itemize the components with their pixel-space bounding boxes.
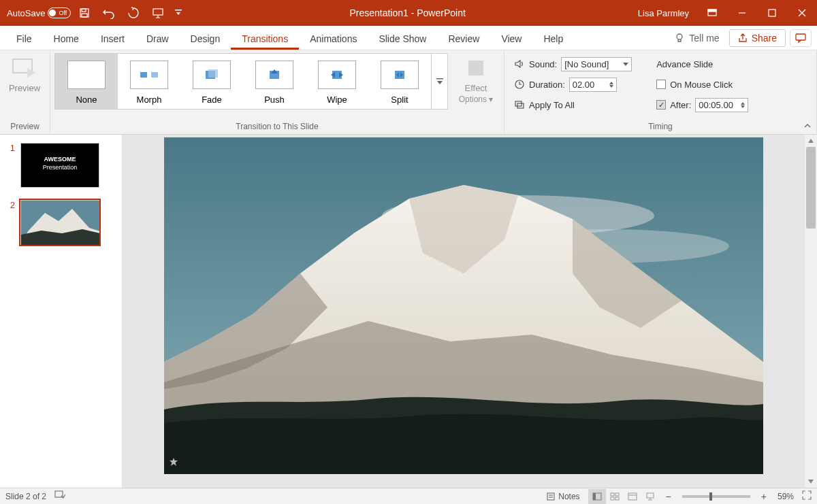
clock-icon [514, 79, 525, 90]
svg-marker-43 [808, 480, 814, 484]
transition-wipe[interactable]: Wipe [306, 54, 368, 109]
svg-rect-4 [175, 10, 182, 11]
tab-insert[interactable]: Insert [90, 28, 135, 50]
svg-marker-41 [170, 458, 178, 466]
collapse-ribbon-button[interactable] [803, 122, 812, 131]
tab-file[interactable]: File [5, 28, 43, 50]
share-button[interactable]: Share [729, 29, 786, 47]
svg-rect-13 [796, 34, 805, 40]
after-label: After: [670, 100, 691, 110]
reading-view-button[interactable] [624, 489, 641, 504]
autosave-toggle[interactable]: AutoSave Off [7, 7, 71, 18]
tell-me-search[interactable]: Tell me [669, 30, 724, 46]
after-spinner[interactable] [741, 102, 745, 108]
duration-spinner[interactable] [609, 82, 613, 88]
view-buttons [588, 489, 659, 504]
svg-rect-45 [547, 493, 554, 500]
slideshow-from-start-button[interactable] [147, 0, 169, 26]
transition-split[interactable]: Split [368, 54, 431, 109]
tab-design[interactable]: Design [180, 28, 231, 50]
undo-button[interactable] [98, 0, 120, 26]
zoom-level[interactable]: 59% [773, 492, 798, 501]
slide-indicator: Slide 2 of 2 [5, 492, 46, 501]
fit-to-window-button[interactable] [802, 490, 812, 502]
save-button[interactable] [74, 0, 95, 26]
svg-rect-53 [615, 497, 619, 500]
transition-push[interactable]: Push [243, 54, 306, 109]
slide-canvas[interactable] [164, 137, 763, 474]
minimize-button[interactable] [727, 0, 757, 26]
svg-marker-29 [437, 81, 443, 84]
qat-customize-button[interactable] [172, 0, 185, 26]
tab-home[interactable]: Home [43, 28, 90, 50]
svg-marker-15 [27, 68, 35, 78]
tab-help[interactable]: Help [532, 28, 574, 50]
svg-rect-16 [140, 72, 147, 78]
tab-draw[interactable]: Draw [135, 28, 180, 50]
gallery-more-button[interactable] [431, 54, 447, 109]
tab-transitions[interactable]: Transitions [231, 28, 299, 50]
slide-canvas-area [123, 135, 805, 488]
morph-icon [130, 61, 168, 89]
spellcheck-icon[interactable] [54, 490, 65, 502]
ribbon-display-options-button[interactable] [697, 0, 727, 26]
scroll-up-button[interactable] [805, 135, 817, 147]
svg-rect-17 [151, 72, 158, 78]
ribbon-body: Preview Preview None Morph Fade [0, 50, 817, 135]
zoom-slider[interactable] [682, 495, 750, 498]
slide-number-1: 1 [5, 143, 15, 188]
notes-button[interactable]: Notes [542, 490, 583, 503]
main-area: 1 AWESOME Presentation 2 [0, 135, 817, 488]
vertical-scrollbar[interactable] [805, 135, 817, 488]
zoom-in-button[interactable]: + [758, 491, 769, 502]
slide-thumbnail-1[interactable]: AWESOME Presentation [20, 143, 99, 188]
effect-options-button[interactable]: Effect Options ▾ [452, 53, 500, 108]
after-input[interactable]: 00:05.00 [695, 98, 748, 112]
redo-button[interactable] [123, 0, 144, 26]
sound-dropdown[interactable]: [No Sound] [561, 57, 632, 71]
close-button[interactable] [787, 0, 817, 26]
svg-rect-28 [436, 78, 443, 80]
svg-rect-19 [208, 69, 218, 78]
title-bar: AutoSave Off Presentation1 - PowerPoint … [0, 0, 817, 26]
group-label-preview: Preview [4, 122, 46, 133]
on-mouse-click-checkbox[interactable] [656, 80, 666, 89]
scrollbar-thumb[interactable] [806, 147, 816, 229]
preview-button[interactable]: Preview [4, 53, 45, 97]
svg-marker-31 [623, 63, 628, 66]
after-checkbox[interactable] [656, 100, 666, 110]
svg-rect-54 [628, 493, 637, 500]
scroll-down-button[interactable] [805, 475, 817, 488]
comments-button[interactable] [790, 29, 812, 47]
group-label-transition: Transition to This Slide [54, 122, 500, 133]
svg-marker-42 [808, 139, 814, 143]
slideshow-view-button[interactable] [641, 489, 659, 504]
share-icon [738, 33, 748, 43]
svg-rect-1 [82, 9, 86, 12]
mountain-thumb-icon [21, 201, 100, 246]
slide-sorter-view-button[interactable] [606, 489, 624, 504]
maximize-button[interactable] [757, 0, 787, 26]
normal-view-button[interactable] [588, 489, 606, 504]
apply-icon [514, 99, 525, 110]
status-bar: Slide 2 of 2 Notes − + 59% [0, 488, 817, 504]
advance-slide-label: Advance Slide [656, 54, 748, 73]
zoom-out-button[interactable]: − [663, 491, 674, 502]
on-mouse-click-label: On Mouse Click [670, 80, 733, 90]
tab-review[interactable]: Review [437, 28, 490, 50]
apply-to-all-button[interactable]: Apply To All [514, 95, 632, 114]
transition-morph[interactable]: Morph [118, 54, 180, 109]
fade-icon [193, 61, 231, 89]
tab-animations[interactable]: Animations [299, 28, 368, 50]
tab-view[interactable]: View [490, 28, 532, 50]
svg-rect-51 [615, 493, 619, 496]
comment-icon [795, 33, 806, 43]
transition-fade[interactable]: Fade [180, 54, 243, 109]
svg-rect-52 [611, 497, 614, 500]
duration-input[interactable]: 02.00 [569, 78, 617, 92]
tab-slideshow[interactable]: Slide Show [368, 28, 437, 50]
transition-none[interactable]: None [55, 54, 118, 109]
slide-thumbnail-2[interactable] [20, 200, 99, 245]
user-name[interactable]: Lisa Parmley [630, 8, 697, 18]
notes-icon [546, 492, 556, 501]
